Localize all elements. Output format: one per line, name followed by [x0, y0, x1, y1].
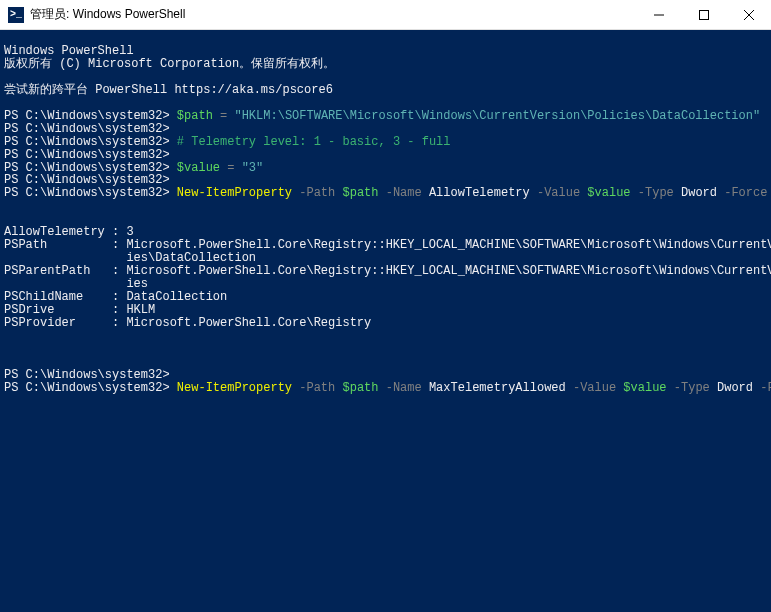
variable: $value — [587, 186, 630, 200]
output-key: PSProvider : — [4, 316, 126, 330]
prompt: PS C:\Windows\system32> — [4, 186, 170, 200]
maximize-button[interactable] — [681, 0, 726, 30]
variable: $path — [177, 109, 213, 123]
terminal-content[interactable]: Windows PowerShell 版权所有 (C) Microsoft Co… — [0, 30, 771, 397]
output-key: PSChildName : — [4, 290, 126, 304]
output-key: PSPath : — [4, 238, 126, 252]
powershell-icon: >_ — [8, 7, 24, 23]
window-titlebar: >_ 管理员: Windows PowerShell — [0, 0, 771, 30]
header-line: Windows PowerShell — [4, 44, 134, 58]
output-val: Microsoft.PowerShell.Core\Registry::HKEY… — [126, 264, 771, 278]
param: -Type — [667, 381, 717, 395]
operator: = — [220, 161, 242, 175]
output-val: HKLM — [126, 303, 155, 317]
svg-rect-1 — [699, 10, 708, 19]
variable: $path — [342, 381, 378, 395]
param: -Value — [530, 186, 588, 200]
header-line: 尝试新的跨平台 PowerShell https://aka.ms/pscore… — [4, 83, 333, 97]
variable: $path — [342, 186, 378, 200]
string-value: "3" — [242, 161, 264, 175]
prompt: PS C:\Windows\system32> — [4, 122, 170, 136]
output-cont: ies\DataCollection — [4, 251, 256, 265]
string-value: "HKLM:\SOFTWARE\Microsoft\Windows\Curren… — [234, 109, 760, 123]
param: -Force — [753, 381, 771, 395]
cmdlet: New-ItemProperty — [177, 186, 292, 200]
prompt: PS C:\Windows\system32> — [4, 161, 170, 175]
cmdlet: New-ItemProperty — [177, 381, 292, 395]
output-val: Microsoft.PowerShell.Core\Registry — [126, 316, 371, 330]
close-button[interactable] — [726, 0, 771, 30]
operator: = — [213, 109, 235, 123]
maximize-icon — [699, 10, 709, 20]
param: -Force — [717, 186, 767, 200]
arg: Dword — [681, 186, 717, 200]
param: -Path — [292, 381, 342, 395]
output-key: PSParentPath : — [4, 264, 126, 278]
close-icon — [744, 10, 754, 20]
prompt: PS C:\Windows\system32> — [4, 109, 170, 123]
arg: AllowTelemetry — [429, 186, 530, 200]
comment: # Telemetry level: 1 - basic, 3 - full — [177, 135, 451, 149]
output-cont: ies — [4, 277, 148, 291]
param: -Value — [566, 381, 624, 395]
output-val: 3 — [126, 225, 133, 239]
param: -Type — [631, 186, 681, 200]
prompt: PS C:\Windows\system32> — [4, 381, 170, 395]
output-key: AllowTelemetry : — [4, 225, 126, 239]
arg: MaxTelemetryAllowed — [429, 381, 566, 395]
output-key: PSDrive : — [4, 303, 126, 317]
prompt: PS C:\Windows\system32> — [4, 148, 170, 162]
minimize-icon — [654, 10, 664, 20]
minimize-button[interactable] — [636, 0, 681, 30]
output-val: DataCollection — [126, 290, 227, 304]
param: -Name — [379, 186, 429, 200]
window-title: 管理员: Windows PowerShell — [30, 6, 185, 23]
param: -Name — [379, 381, 429, 395]
variable: $value — [177, 161, 220, 175]
header-line: 版权所有 (C) Microsoft Corporation。保留所有权利。 — [4, 57, 335, 71]
param: -Path — [292, 186, 342, 200]
prompt: PS C:\Windows\system32> — [4, 368, 170, 382]
window-controls — [636, 0, 771, 30]
prompt: PS C:\Windows\system32> — [4, 135, 170, 149]
prompt: PS C:\Windows\system32> — [4, 173, 170, 187]
titlebar-left: >_ 管理员: Windows PowerShell — [8, 6, 185, 23]
arg: Dword — [717, 381, 753, 395]
output-val: Microsoft.PowerShell.Core\Registry::HKEY… — [126, 238, 771, 252]
variable: $value — [623, 381, 666, 395]
